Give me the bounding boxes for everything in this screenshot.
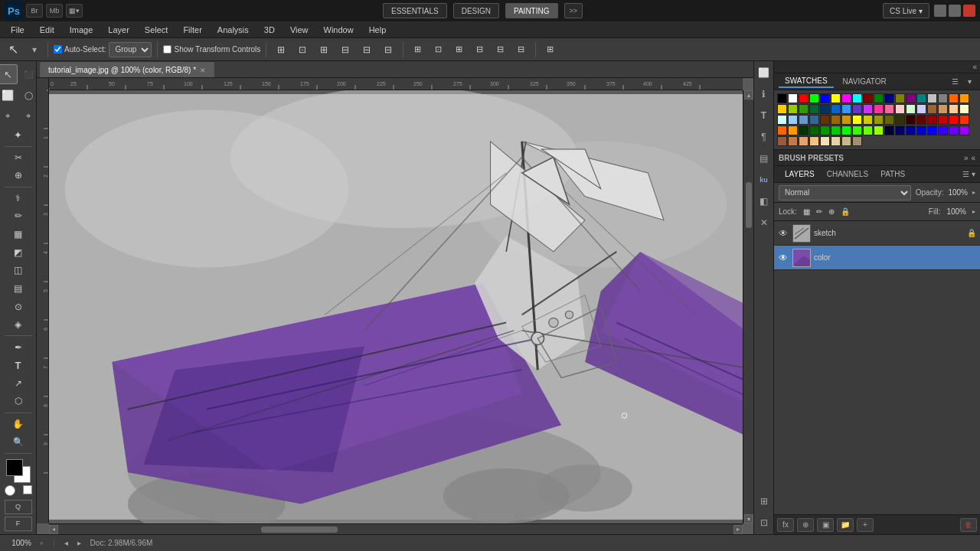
- scroll-v-thumb[interactable]: [746, 182, 752, 228]
- scrollbar-vertical[interactable]: ▴ ▾: [743, 90, 753, 523]
- lock-all[interactable]: 🔒: [841, 207, 850, 216]
- swatch-color[interactable]: [777, 126, 787, 135]
- transform-check[interactable]: Show Transform Controls: [163, 45, 260, 54]
- scroll-v-up[interactable]: ▴: [744, 90, 753, 99]
- hand-tool[interactable]: ✋: [8, 416, 28, 433]
- align-center-h[interactable]: ⊡: [293, 41, 312, 58]
- layers-panel-menu[interactable]: ☰: [962, 170, 969, 178]
- tab-layers[interactable]: LAYERS: [779, 168, 821, 180]
- nav-design[interactable]: DESIGN: [453, 3, 499, 18]
- swatch-color[interactable]: [777, 115, 787, 125]
- swatch-color[interactable]: [906, 126, 916, 135]
- swatch-color[interactable]: [895, 115, 905, 125]
- layer-style-btn[interactable]: fx: [777, 518, 794, 532]
- default-colors[interactable]: [23, 485, 32, 494]
- swatch-color[interactable]: [820, 104, 830, 114]
- brush-tool[interactable]: ✏: [8, 207, 28, 225]
- swatch-color[interactable]: [938, 115, 948, 125]
- fill-arrow[interactable]: ▸: [972, 208, 975, 215]
- swatch-color[interactable]: [799, 126, 808, 135]
- nav-more[interactable]: >>: [564, 3, 583, 18]
- window-maximize[interactable]: [949, 5, 961, 17]
- layer-row-color[interactable]: 👁 color: [774, 246, 980, 270]
- swatch-color[interactable]: [820, 126, 830, 135]
- menu-edit[interactable]: Edit: [32, 24, 62, 36]
- swatch-color[interactable]: [959, 104, 969, 114]
- swatch-color[interactable]: [831, 104, 841, 114]
- opacity-arrow[interactable]: ▸: [972, 189, 975, 196]
- swatch-color[interactable]: [852, 104, 862, 114]
- nav-essentials[interactable]: ESSENTIALS: [383, 3, 447, 18]
- panel-icon-history[interactable]: ◧: [756, 193, 773, 210]
- lasso-tool[interactable]: ⌖: [0, 106, 18, 126]
- tab-channels[interactable]: CHANNELS: [821, 168, 874, 180]
- swatch-color[interactable]: [927, 93, 937, 103]
- swatch-color[interactable]: [831, 136, 841, 146]
- menu-help[interactable]: Help: [361, 24, 394, 36]
- layers-panel-collapse[interactable]: ▾: [972, 170, 975, 178]
- swatch-color[interactable]: [852, 93, 862, 103]
- artwork-canvas[interactable]: [49, 90, 743, 523]
- path-selection-tool[interactable]: ↗: [8, 375, 28, 393]
- swatch-color[interactable]: [906, 115, 916, 125]
- scroll-h-right[interactable]: ▸: [733, 525, 743, 534]
- crop-tool[interactable]: ✂: [8, 148, 28, 166]
- status-nav-left[interactable]: ◂: [64, 539, 68, 547]
- panel-icon-text[interactable]: T: [756, 107, 773, 124]
- panel-icon-kuler[interactable]: ku: [756, 171, 773, 188]
- panel-icon-grid[interactable]: ▤: [756, 150, 773, 167]
- swatch-color[interactable]: [831, 126, 841, 135]
- brush-presets-collapse[interactable]: «: [971, 154, 975, 162]
- eraser-tool[interactable]: ◫: [8, 262, 28, 279]
- distribute-center-h[interactable]: ⊡: [430, 41, 447, 58]
- menu-analysis[interactable]: Analysis: [210, 24, 256, 36]
- layer-vis-sketch[interactable]: 👁: [777, 227, 789, 240]
- swatch-color[interactable]: [906, 104, 916, 114]
- healing-tool[interactable]: ⚕: [8, 190, 28, 207]
- transform-checkbox[interactable]: [163, 45, 172, 54]
- swatch-color[interactable]: [874, 104, 884, 114]
- swatch-color[interactable]: [959, 126, 969, 135]
- panel-icon-info[interactable]: ℹ: [756, 86, 773, 103]
- swatch-color[interactable]: [809, 93, 819, 103]
- swatches-collapse[interactable]: ▾: [963, 76, 975, 88]
- align-bottom[interactable]: ⊟: [379, 41, 397, 58]
- menu-filter[interactable]: Filter: [175, 24, 209, 36]
- distribute-left[interactable]: ⊞: [409, 41, 426, 58]
- menu-image[interactable]: Image: [62, 24, 101, 36]
- swatch-color[interactable]: [841, 136, 851, 146]
- layer-row-sketch[interactable]: 👁 sketch 🔒: [774, 221, 980, 246]
- zoom-tool[interactable]: 🔍: [8, 433, 28, 451]
- swatch-color[interactable]: [820, 115, 830, 125]
- window-close[interactable]: [963, 5, 975, 17]
- quick-mask-mode[interactable]: Q: [5, 500, 32, 514]
- panel-icon-masks[interactable]: ⊡: [756, 514, 773, 531]
- move-tool[interactable]: ↖: [0, 64, 18, 84]
- swatch-color[interactable]: [938, 104, 948, 114]
- swatch-color[interactable]: [906, 93, 916, 103]
- bridge-button[interactable]: Br: [26, 4, 43, 18]
- swatch-color[interactable]: [809, 136, 819, 146]
- swatch-color[interactable]: [884, 93, 894, 103]
- swatch-color[interactable]: [884, 115, 894, 125]
- clone-stamp-tool[interactable]: ▦: [8, 226, 28, 243]
- auto-select-checkbox[interactable]: [54, 45, 62, 54]
- scrollbar-horizontal[interactable]: ◂ ▸: [49, 523, 743, 534]
- menu-window[interactable]: Window: [316, 24, 361, 36]
- scroll-h-thumb[interactable]: [261, 527, 338, 533]
- nav-painting[interactable]: PAINTING: [505, 3, 557, 18]
- swap-colors[interactable]: [5, 485, 15, 496]
- swatch-color[interactable]: [863, 115, 873, 125]
- auto-select-type[interactable]: Group: [109, 42, 152, 57]
- menu-3d[interactable]: 3D: [256, 24, 283, 36]
- auto-select-check[interactable]: Auto-Select:: [54, 45, 106, 54]
- swatch-color[interactable]: [916, 126, 926, 135]
- panel-menu-icon[interactable]: ☰: [952, 77, 959, 86]
- swatch-color[interactable]: [927, 115, 937, 125]
- swatch-color[interactable]: [949, 115, 959, 125]
- swatch-color[interactable]: [841, 115, 851, 125]
- swatch-color[interactable]: [799, 93, 808, 103]
- screen-mode[interactable]: F: [5, 517, 32, 531]
- swatch-color[interactable]: [895, 126, 905, 135]
- align-right[interactable]: ⊞: [315, 41, 333, 58]
